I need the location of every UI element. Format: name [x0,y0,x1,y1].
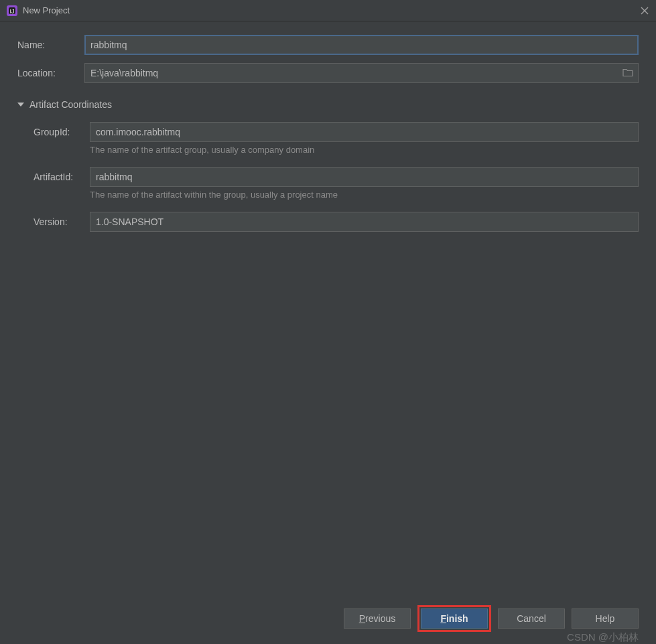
previous-button[interactable]: Previous [344,608,411,629]
title-bar: IJ New Project [0,0,656,21]
artifactid-input[interactable] [90,167,639,187]
help-button[interactable]: Help [572,608,639,629]
finish-button[interactable]: Finish [421,608,488,629]
artifact-coordinates-header[interactable]: Artifact Coordinates [17,99,639,110]
version-label: Version: [17,216,90,227]
groupid-hint: The name of the artifact group, usually … [90,145,639,155]
svg-text:IJ: IJ [9,8,14,15]
groupid-input[interactable] [90,122,639,142]
name-input[interactable] [84,35,639,55]
artifact-section-title: Artifact Coordinates [29,99,112,110]
folder-icon[interactable] [622,68,633,79]
name-label: Name: [17,40,84,50]
finish-highlight: Finish [417,605,491,632]
cancel-button[interactable]: Cancel [498,608,565,629]
artifactid-hint: The name of the artifact within the grou… [90,190,639,200]
version-input[interactable] [90,212,639,232]
location-input[interactable] [84,63,639,83]
app-icon: IJ [7,5,17,16]
watermark: CSDN @小柏林 [567,631,639,644]
chevron-down-icon [17,103,24,107]
window-title: New Project [23,5,70,15]
close-icon[interactable] [640,6,649,15]
groupid-label: GroupId: [17,127,90,137]
artifactid-label: ArtifactId: [17,172,90,182]
location-label: Location: [17,68,84,78]
